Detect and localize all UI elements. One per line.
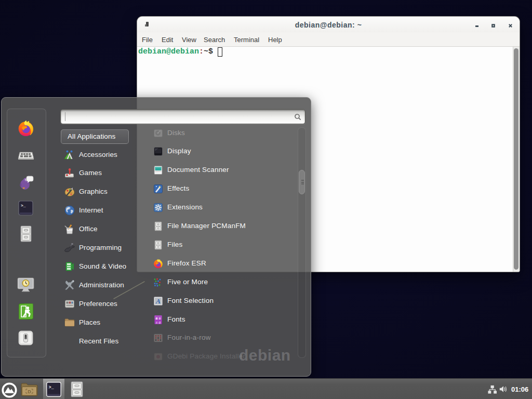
svg-text:>_: >_ <box>21 203 26 208</box>
svg-text:A: A <box>155 297 161 305</box>
svg-text:a: a <box>159 320 161 324</box>
svg-text:a: a <box>156 320 158 324</box>
svg-text:D: D <box>28 389 31 394</box>
svg-text:>_: >_ <box>49 385 55 390</box>
